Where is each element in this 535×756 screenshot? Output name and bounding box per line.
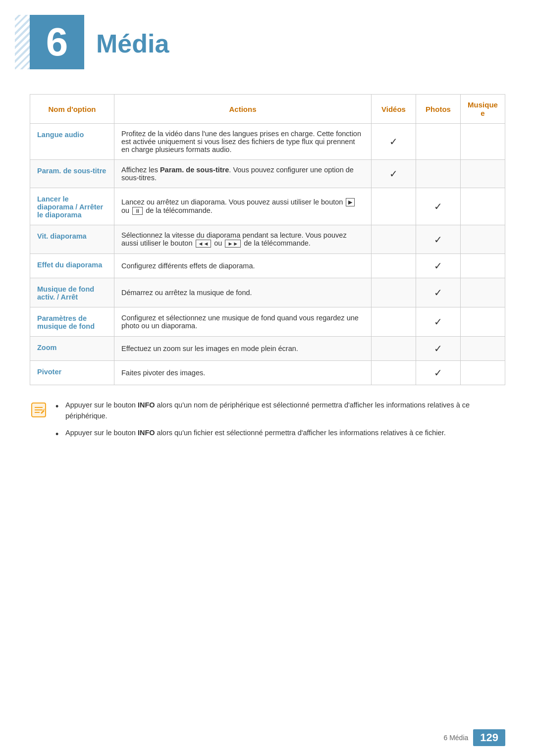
row-musique	[461, 124, 505, 160]
notes-section: Appuyer sur le bouton INFO alors qu'un n…	[30, 400, 505, 444]
row-videos	[372, 337, 416, 361]
row-videos	[372, 278, 416, 307]
page-number: 129	[473, 729, 505, 746]
row-actions: Configurez et sélectionnez une musique d…	[114, 307, 372, 337]
forward-icon: ►►	[225, 240, 241, 248]
row-musique	[461, 361, 505, 385]
table-row: Zoom Effectuez un zoom sur les images en…	[30, 337, 505, 361]
row-actions: Faites pivoter des images.	[114, 361, 372, 385]
row-photos: ✓	[416, 307, 461, 337]
info-bold: INFO	[138, 401, 155, 409]
page-header: 6 Média	[0, 0, 535, 79]
row-actions: Configurez différents effets de diaporam…	[114, 254, 372, 278]
row-photos: ✓	[416, 337, 461, 361]
header-videos: Vidéos	[372, 95, 416, 124]
row-nom: Lancer le diaporama / Arrêter le diapora…	[30, 188, 114, 225]
row-nom: Effet du diaporama	[30, 254, 114, 278]
row-photos: ✓	[416, 188, 461, 225]
table-row: Pivoter Faites pivoter des images. ✓	[30, 361, 505, 385]
options-table: Nom d'option Actions Vidéos Photos Musiq…	[30, 94, 505, 385]
row-musique	[461, 160, 505, 188]
pause-icon: ⏸	[132, 207, 143, 215]
row-videos	[372, 307, 416, 337]
header-photos: Photos	[416, 95, 461, 124]
row-nom: Langue audio	[30, 124, 114, 160]
row-musique	[461, 225, 505, 254]
row-actions: Affichez les Param. de sous-titre. Vous …	[114, 160, 372, 188]
row-videos: ✓	[372, 160, 416, 188]
note-item: Appuyer sur le bouton INFO alors qu'un n…	[55, 400, 505, 422]
table-row: Effet du diaporama Configurez différents…	[30, 254, 505, 278]
bold-text: Param. de sous-titre	[160, 166, 229, 174]
row-musique	[461, 254, 505, 278]
play-icon: ▶	[346, 198, 355, 206]
info-bold-2: INFO	[138, 429, 155, 437]
row-actions: Démarrez ou arrêtez la musique de fond.	[114, 278, 372, 307]
chapter-number: 6	[30, 15, 84, 69]
row-videos	[372, 225, 416, 254]
main-content: Nom d'option Actions Vidéos Photos Musiq…	[0, 79, 535, 464]
table-row: Musique de fond activ. / Arrêt Démarrez …	[30, 278, 505, 307]
row-musique	[461, 337, 505, 361]
row-photos: ✓	[416, 361, 461, 385]
footer-text: 6 Média	[443, 734, 468, 742]
chapter-title: Média	[96, 15, 169, 58]
row-actions: Sélectionnez la vitesse du diaporama pen…	[114, 225, 372, 254]
header-actions: Actions	[114, 95, 372, 124]
row-videos	[372, 254, 416, 278]
table-row: Langue audio Profitez de la vidéo dans l…	[30, 124, 505, 160]
row-photos	[416, 160, 461, 188]
row-photos: ✓	[416, 225, 461, 254]
table-row: Param. de sous-titre Affichez les Param.…	[30, 160, 505, 188]
table-row: Vit. diaporama Sélectionnez la vitesse d…	[30, 225, 505, 254]
header-musique: Musiquee	[461, 95, 505, 124]
row-actions: Profitez de la vidéo dans l'une des lang…	[114, 124, 372, 160]
rewind-icon: ◄◄	[196, 240, 212, 248]
page-footer: 6 Média 129	[443, 729, 505, 746]
notes-list: Appuyer sur le bouton INFO alors qu'un n…	[55, 400, 505, 444]
row-nom: Zoom	[30, 337, 114, 361]
row-videos	[372, 361, 416, 385]
note-item: Appuyer sur le bouton INFO alors qu'un f…	[55, 428, 505, 439]
table-row: Paramètres de musique de fond Configurez…	[30, 307, 505, 337]
table-row: Lancer le diaporama / Arrêter le diapora…	[30, 188, 505, 225]
row-musique	[461, 188, 505, 225]
row-videos	[372, 188, 416, 225]
row-nom: Pivoter	[30, 361, 114, 385]
row-nom: Musique de fond activ. / Arrêt	[30, 278, 114, 307]
row-photos	[416, 124, 461, 160]
row-photos: ✓	[416, 278, 461, 307]
row-musique	[461, 278, 505, 307]
row-photos: ✓	[416, 254, 461, 278]
row-nom: Vit. diaporama	[30, 225, 114, 254]
row-nom: Param. de sous-titre	[30, 160, 114, 188]
note-icon	[30, 401, 48, 419]
row-nom: Paramètres de musique de fond	[30, 307, 114, 337]
row-videos: ✓	[372, 124, 416, 160]
row-musique	[461, 307, 505, 337]
row-actions: Lancez ou arrêtez un diaporama. Vous pou…	[114, 188, 372, 225]
header-nom: Nom d'option	[30, 95, 114, 124]
row-actions: Effectuez un zoom sur les images en mode…	[114, 337, 372, 361]
